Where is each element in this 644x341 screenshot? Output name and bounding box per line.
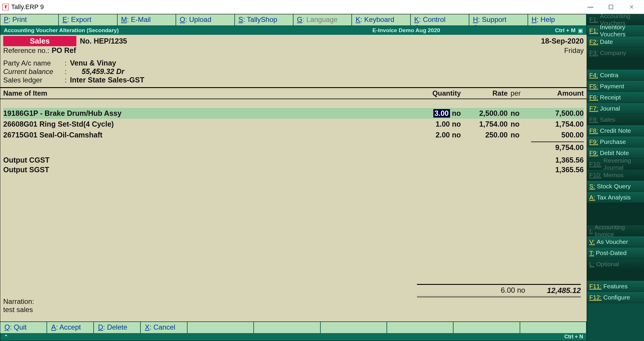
item-amount: 7,500.00 bbox=[528, 109, 584, 118]
side-reversingjournal: F10:Reversing Journal bbox=[587, 159, 644, 170]
narration-text[interactable]: test sales bbox=[3, 306, 584, 314]
action-accept[interactable]: A: Accept bbox=[47, 322, 94, 333]
side-optional: L:Optional bbox=[587, 259, 644, 270]
side-company: F3:Company bbox=[587, 47, 644, 58]
current-balance-label: Current balance bbox=[3, 68, 65, 76]
item-name: 26715G01 Seal-Oil-Camshaft bbox=[3, 131, 405, 139]
cmd-language: G: Language bbox=[293, 14, 352, 25]
item-rate[interactable]: 1,754.00 bbox=[461, 120, 508, 128]
col-amount: Amount bbox=[528, 89, 584, 97]
side-asvoucher[interactable]: V:As Voucher bbox=[587, 236, 644, 247]
context-strip: Accounting Voucher Alteration (Secondary… bbox=[0, 26, 587, 35]
item-name: 19186G1P - Brake Drum/Hub Assy bbox=[3, 109, 405, 118]
tax-amount: 1,365.56 bbox=[528, 156, 584, 164]
bottom-action-bar: Q: QuitA: AcceptD: DeleteX: Cancel bbox=[0, 321, 587, 333]
current-balance: 55,459.32 Dr bbox=[70, 67, 124, 75]
cmd-email[interactable]: M: E-Mail bbox=[118, 14, 176, 25]
item-per: no bbox=[508, 120, 528, 128]
side-journal[interactable]: F7:Journal bbox=[587, 103, 644, 114]
qty-input[interactable]: 3.00 bbox=[433, 109, 450, 118]
cmd-upload[interactable]: O: Upload bbox=[176, 14, 235, 25]
item-rate[interactable]: 2,500.00 bbox=[461, 109, 508, 118]
item-per: no bbox=[508, 109, 528, 118]
reference-value: PO Ref bbox=[51, 46, 76, 55]
sales-ledger-label: Sales ledger bbox=[3, 76, 65, 84]
item-row[interactable]: 26715G01 Seal-Oil-Camshaft2.00 no250.00n… bbox=[3, 130, 584, 140]
party-name-label: Party A/c name bbox=[3, 59, 65, 67]
side-payment[interactable]: F5:Payment bbox=[587, 81, 644, 92]
item-row[interactable]: 26608G01 Ring Set-Std(4 Cycle)1.00 no1,7… bbox=[3, 119, 584, 130]
side-creditnote[interactable]: F8:Credit Note bbox=[587, 125, 644, 136]
total-qty: 6.00 no bbox=[417, 286, 525, 295]
item-name: 26608G01 Ring Set-Std(4 Cycle) bbox=[3, 120, 405, 128]
col-rate: Rate bbox=[461, 89, 508, 97]
side-postdated[interactable]: T:Post-Dated bbox=[587, 247, 644, 259]
side-button-panel: F1:Accounting VouchersF1:Inventory Vouch… bbox=[587, 14, 644, 341]
side-date[interactable]: F2:Date bbox=[587, 36, 644, 47]
window-title: Tally.ERP 9 bbox=[11, 3, 44, 11]
close-button[interactable]: ✕ bbox=[621, 0, 642, 14]
command-bar: P: PrintE: ExportM: E-MailO: UploadS: Ta… bbox=[0, 14, 587, 26]
voucher-type-badge: Sales bbox=[3, 36, 76, 46]
minimize-button[interactable]: — bbox=[580, 0, 601, 14]
items-subtotal: 9,754.00 bbox=[531, 142, 584, 152]
item-qty[interactable]: 3.00 no bbox=[405, 109, 461, 118]
side-stockquery[interactable]: S:Stock Query bbox=[587, 181, 644, 192]
reference-label: Reference no.: bbox=[3, 46, 49, 55]
voucher-no-label: No. bbox=[80, 37, 92, 45]
ctrl-n-hint: ⌃Ctrl + N bbox=[0, 333, 587, 341]
side-configure[interactable]: F12:Configure bbox=[587, 292, 644, 303]
action-cancel[interactable]: X: Cancel bbox=[141, 322, 188, 333]
voucher-workarea: Sales No. HEP/1235 18-Sep-2020 Reference… bbox=[0, 35, 587, 321]
tax-row[interactable]: Output SGST1,365.56 bbox=[0, 165, 587, 175]
context-company: E-Invoice Demo Aug 2020 bbox=[272, 27, 540, 34]
cmd-print[interactable]: P: Print bbox=[0, 14, 59, 25]
item-amount: 1,754.00 bbox=[528, 120, 584, 128]
side-sales: F8:Sales bbox=[587, 114, 644, 125]
tax-name: Output CGST bbox=[3, 156, 528, 164]
side-purchase[interactable]: F9:Purchase bbox=[587, 136, 644, 147]
cmd-tallyshop[interactable]: S: TallyShop bbox=[235, 14, 293, 25]
col-qty: Quantity bbox=[405, 89, 461, 97]
side-taxanalysis[interactable]: A:Tax Analysis bbox=[587, 192, 644, 203]
col-name: Name of Item bbox=[3, 89, 405, 97]
sales-ledger[interactable]: Inter State Sales-GST bbox=[70, 76, 144, 84]
cmd-controlcentre[interactable]: K: Control Centre bbox=[411, 14, 469, 25]
action-delete[interactable]: D: Delete bbox=[94, 322, 141, 333]
item-row[interactable]: 19186G1P - Brake Drum/Hub Assy3.00 no2,5… bbox=[3, 108, 584, 119]
action-quit[interactable]: Q: Quit bbox=[0, 322, 47, 333]
side-memos: F10:Memos bbox=[587, 170, 644, 181]
cmd-export[interactable]: E: Export bbox=[59, 14, 117, 25]
item-per: no bbox=[508, 131, 528, 139]
side-receipt[interactable]: F6:Receipt bbox=[587, 92, 644, 103]
maximize-button[interactable]: ☐ bbox=[601, 0, 621, 14]
side-contra[interactable]: F4:Contra bbox=[587, 70, 644, 81]
voucher-no: HEP/1235 bbox=[94, 37, 127, 45]
voucher-day: Friday bbox=[564, 46, 584, 55]
voucher-date: 18-Sep-2020 bbox=[541, 37, 584, 45]
col-per: per bbox=[508, 89, 528, 97]
total-amount: 12,485.12 bbox=[525, 286, 581, 295]
tax-row[interactable]: Output CGST1,365.56 bbox=[0, 155, 587, 165]
context-left: Accounting Voucher Alteration (Secondary… bbox=[4, 27, 272, 34]
side-features[interactable]: F11:Features bbox=[587, 281, 644, 292]
cmd-help[interactable]: H: Help bbox=[528, 14, 587, 25]
side-inventoryvouchers[interactable]: F1:Inventory Vouchers bbox=[587, 25, 644, 36]
side-accountinginvoice: I:Accounting Invoice bbox=[587, 225, 644, 236]
narration-label: Narration: bbox=[3, 297, 584, 306]
item-rate[interactable]: 250.00 bbox=[461, 131, 508, 139]
cmd-keyboard[interactable]: K: Keyboard bbox=[352, 14, 411, 25]
party-name[interactable]: Venu & Vinay bbox=[70, 59, 116, 67]
item-qty[interactable]: 2.00 no bbox=[405, 131, 461, 139]
context-shortcut: Ctrl + M bbox=[540, 27, 576, 34]
side-gap bbox=[587, 203, 644, 214]
app-icon: ₮ bbox=[2, 4, 9, 10]
tax-amount: 1,365.56 bbox=[528, 166, 584, 174]
tax-name: Output SGST bbox=[3, 166, 528, 174]
window-titlebar: ₮ Tally.ERP 9 — ☐ ✕ bbox=[0, 0, 644, 14]
item-amount: 500.00 bbox=[528, 131, 584, 139]
side-gap bbox=[587, 270, 644, 281]
side-gap bbox=[587, 58, 644, 70]
cmd-supportcentre[interactable]: H: Support Centre bbox=[469, 14, 528, 25]
item-qty[interactable]: 1.00 no bbox=[405, 120, 461, 128]
